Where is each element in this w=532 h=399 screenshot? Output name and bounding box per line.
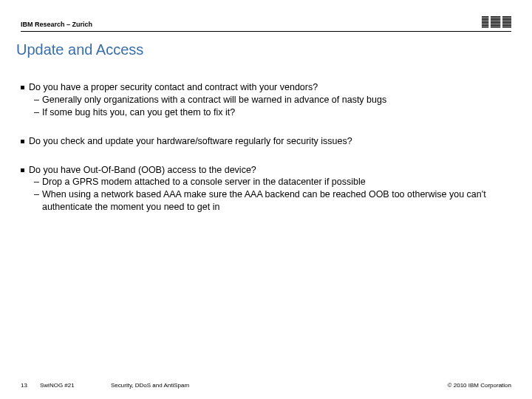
slide-footer: 13 SwiNOG #21 Security, DDoS and AntiSpa…	[21, 382, 511, 389]
svg-rect-4	[482, 22, 511, 23]
sub-item: – If some bug hits you, can you get them…	[34, 106, 511, 119]
svg-rect-1	[482, 18, 511, 18]
bullet-item: Do you check and update your hardware/so…	[21, 135, 511, 148]
footer-event: SwiNOG #21	[40, 382, 111, 389]
sub-item: – Generally only organizations with a co…	[34, 94, 511, 106]
svg-rect-5	[482, 24, 511, 24]
svg-rect-7	[482, 27, 511, 27]
svg-rect-8	[488, 16, 491, 28]
sub-text: Drop a GPRS modem attached to a console …	[42, 176, 511, 188]
bullet-text: Do you check and update your hardware/so…	[29, 135, 511, 148]
footer-copyright: © 2010 IBM Corporation	[448, 382, 511, 389]
slide-header: IBM Research – Zurich	[21, 16, 511, 32]
svg-rect-9	[500, 16, 502, 28]
page-number: 13	[21, 382, 40, 389]
square-bullet-icon	[21, 168, 24, 172]
sub-text: Generally only organizations with a cont…	[42, 94, 511, 106]
sub-text: When using a network based AAA make sure…	[42, 188, 511, 214]
sub-text: If some bug hits you, can you get them t…	[42, 106, 511, 119]
slide-title: Update and Access	[16, 41, 143, 58]
svg-rect-2	[482, 19, 511, 20]
square-bullet-icon	[21, 140, 24, 143]
bullet-item: Do you have a proper security contact an…	[21, 81, 511, 119]
dash-icon: –	[34, 176, 39, 188]
dash-icon: –	[34, 188, 39, 201]
dash-icon: –	[34, 106, 39, 119]
slide-content: Do you have a proper security contact an…	[21, 81, 511, 230]
bullet-text: Do you have a proper security contact an…	[29, 81, 511, 94]
ibm-logo-icon	[482, 16, 511, 28]
sub-item: – When using a network based AAA make su…	[34, 188, 511, 214]
dash-icon: –	[34, 94, 39, 106]
bullet-text: Do you have Out-Of-Band (OOB) access to …	[29, 164, 511, 177]
footer-subject: Security, DDoS and AntiSpam	[111, 382, 448, 389]
svg-rect-6	[482, 25, 511, 26]
sub-item: – Drop a GPRS modem attached to a consol…	[34, 176, 511, 188]
svg-rect-0	[482, 16, 511, 17]
org-line: IBM Research – Zurich	[21, 21, 92, 28]
square-bullet-icon	[21, 86, 24, 89]
bullet-item: Do you have Out-Of-Band (OOB) access to …	[21, 164, 511, 214]
svg-rect-3	[482, 21, 511, 21]
